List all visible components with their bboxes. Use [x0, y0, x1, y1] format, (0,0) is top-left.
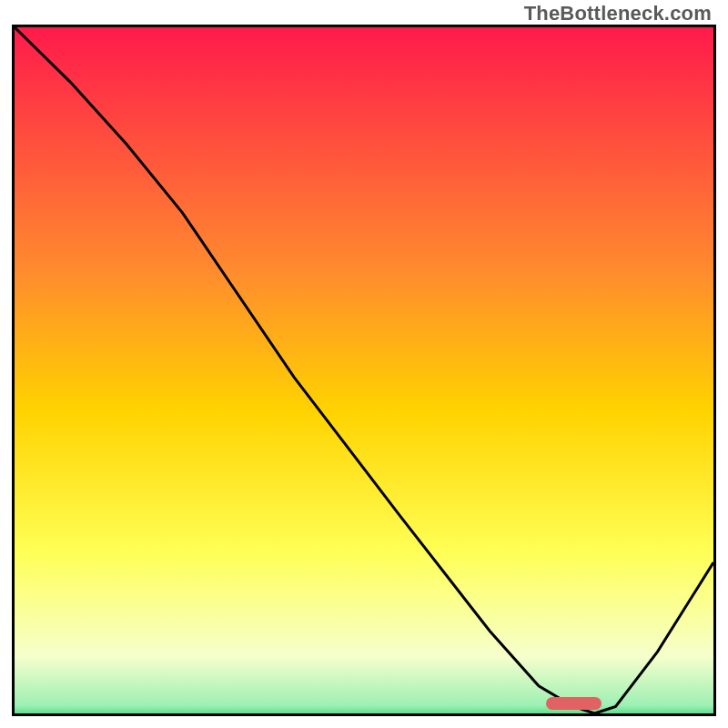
optimal-range-marker: [546, 697, 602, 710]
watermark-label: TheBottleneck.com: [524, 2, 712, 25]
chart-root: TheBottleneck.com: [0, 0, 728, 728]
bottleneck-curve: [15, 27, 713, 713]
plot-area: [12, 25, 716, 716]
curve-layer: [15, 27, 713, 713]
